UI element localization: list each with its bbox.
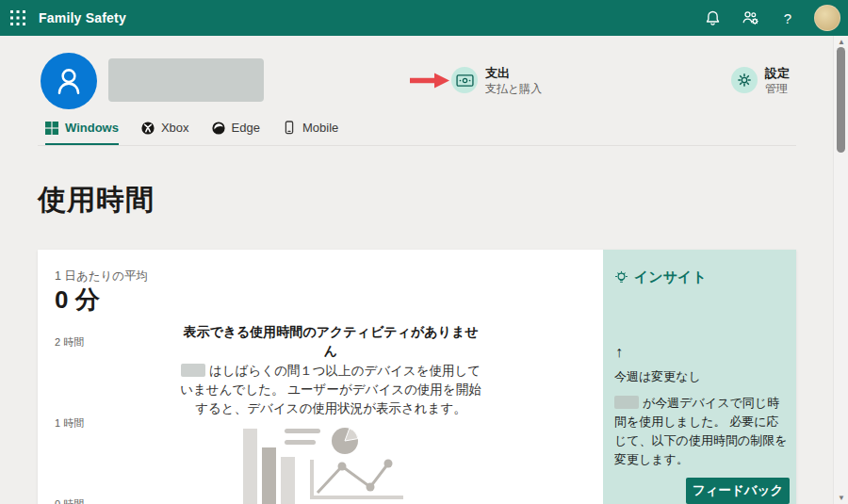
scrollbar-thumb[interactable] <box>837 47 845 153</box>
tab-mobile[interactable]: Mobile <box>283 121 338 146</box>
y-axis-label-1h: 1 時間 <box>55 416 84 431</box>
settings-subtitle: 管理 <box>765 82 790 96</box>
page-title: 使用時間 <box>38 181 155 219</box>
tab-edge[interactable]: Edge <box>212 121 260 146</box>
trend-text: 今週は変更なし <box>614 368 701 385</box>
tab-xbox[interactable]: Xbox <box>141 121 189 146</box>
family-members-icon[interactable] <box>739 7 761 29</box>
user-avatar[interactable] <box>814 5 840 31</box>
redacted-member-name <box>108 58 264 102</box>
empty-state-body-text: はしばらくの間１つ以上のデバイスを使用していませんでした。 ユーザーがデバイスの… <box>180 364 481 416</box>
red-pointer-arrow <box>409 73 450 89</box>
gear-icon <box>736 72 753 89</box>
redacted-name-inline <box>614 396 639 409</box>
spending-shortcut-label[interactable]: 支出 支払と購入 <box>485 66 542 96</box>
redacted-name-inline <box>181 364 205 377</box>
tab-edge-label: Edge <box>232 121 260 135</box>
empty-state-title: 表示できる使用時間のアクティビティがありません <box>177 322 484 361</box>
lightbulb-icon <box>614 270 628 285</box>
notifications-bell-icon[interactable] <box>701 7 724 29</box>
empty-state-message: 表示できる使用時間のアクティビティがありません はしばらくの間１つ以上のデバイス… <box>177 322 484 418</box>
screen-time-chart-area: 1 日あたりの平均 0 分 2 時間 1 時間 0 時間 表示できる使用時間のア… <box>38 250 603 504</box>
scrollbar-down-arrow[interactable]: ▼ <box>834 494 848 502</box>
empty-state-body: はしばらくの間１つ以上のデバイスを使用していませんでした。 ユーザーがデバイスの… <box>177 362 484 419</box>
app-launcher-icon[interactable] <box>10 10 25 25</box>
edge-logo-icon <box>212 122 225 135</box>
y-axis-label-2h: 2 時間 <box>55 335 84 350</box>
daily-average-value: 0 分 <box>55 284 100 317</box>
app-title: Family Safety <box>39 10 126 25</box>
feedback-button[interactable]: フィードバック <box>686 478 790 504</box>
tabs-divider <box>38 145 796 146</box>
xbox-logo-icon <box>141 122 155 135</box>
insights-title: インサイト <box>634 268 707 286</box>
insights-body-text: が今週デバイスで同じ時間を使用しました。 必要に応じて、以下の使用時間の制限を変… <box>614 396 788 466</box>
device-tabs: Windows Xbox Edge Mobile <box>45 121 338 146</box>
insights-panel: インサイト ↑ 今週は変更なし が今週デバイスで同じ時間を使用しました。 必要に… <box>603 250 796 504</box>
settings-shortcut-button[interactable] <box>731 67 758 93</box>
trend-up-arrow: ↑ <box>615 344 623 361</box>
scrollbar-up-arrow[interactable]: ▲ <box>834 38 848 46</box>
charts-placeholder-illustration <box>237 424 407 504</box>
spending-subtitle: 支払と購入 <box>485 82 542 96</box>
tab-xbox-label: Xbox <box>161 121 189 135</box>
spending-shortcut-button[interactable] <box>451 67 478 93</box>
banknote-icon <box>456 73 474 88</box>
member-avatar[interactable] <box>41 53 97 109</box>
settings-shortcut-label[interactable]: 設定 管理 <box>765 66 790 96</box>
spending-title: 支出 <box>485 66 542 81</box>
vertical-scrollbar[interactable]: ▲ ▼ <box>833 36 848 504</box>
mobile-phone-icon <box>283 121 296 135</box>
tab-mobile-label: Mobile <box>302 121 338 135</box>
windows-logo-icon <box>45 122 58 135</box>
person-icon <box>51 63 87 99</box>
tab-windows-label: Windows <box>65 121 119 135</box>
app-header: Family Safety ? <box>0 0 848 36</box>
y-axis-label-0h: 0 時間 <box>55 497 84 504</box>
daily-average-label: 1 日あたりの平均 <box>55 268 148 285</box>
tab-windows[interactable]: Windows <box>45 121 119 146</box>
help-icon[interactable]: ? <box>776 7 799 29</box>
settings-title: 設定 <box>765 66 790 81</box>
screen-time-card: 1 日あたりの平均 0 分 2 時間 1 時間 0 時間 表示できる使用時間のア… <box>38 250 796 504</box>
insights-body: が今週デバイスで同じ時間を使用しました。 必要に応じて、以下の使用時間の制限を変… <box>614 394 790 470</box>
